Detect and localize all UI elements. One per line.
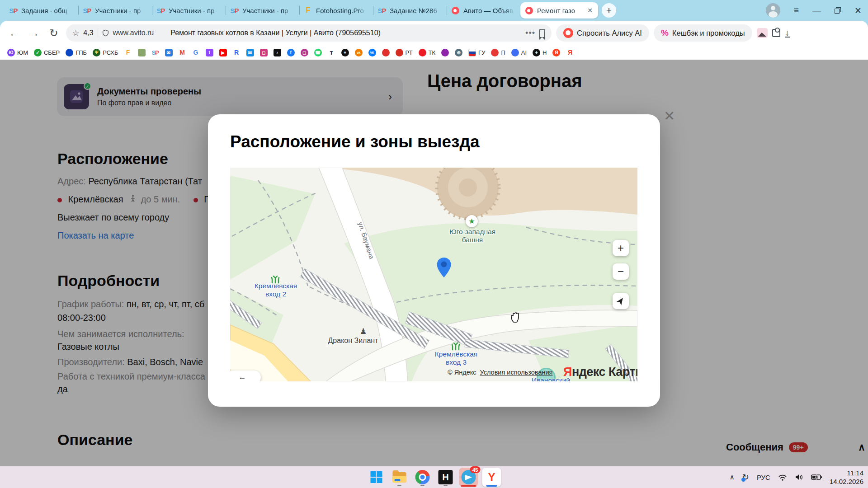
tab[interactable]: Авито — Объяв — [447, 2, 520, 19]
reload-button[interactable]: ↻ — [46, 27, 61, 39]
volume-icon[interactable] — [795, 474, 803, 481]
file-explorer-button[interactable] — [390, 468, 409, 487]
geolocation-button[interactable] — [613, 293, 629, 309]
bookmark-favicon: т — [328, 49, 335, 56]
address-bar[interactable]: ☆ 4,3 www.avito.ru Ремонт газовых котлов… — [66, 24, 552, 42]
zoom-out-button[interactable]: − — [613, 263, 629, 280]
bookmark-favicon — [441, 49, 449, 56]
map-back-button[interactable]: ← — [230, 371, 261, 381]
avito-favicon — [451, 6, 460, 15]
bookmark-item[interactable]: ГУ — [468, 49, 485, 56]
site-rating-star-icon[interactable]: ☆ — [72, 28, 79, 38]
tab-label: Задания - общ — [21, 7, 74, 14]
hand-cursor — [509, 310, 521, 323]
bookmark-favicon: ✓ — [34, 49, 42, 56]
location-pin-icon[interactable] — [436, 257, 452, 278]
bookmark-item[interactable]: t — [206, 49, 213, 56]
start-button[interactable] — [367, 468, 386, 487]
browser-toolbar: ← → ↻ ☆ 4,3 www.avito.ru Ремонт газовых … — [0, 21, 868, 45]
bookmark-item[interactable]: +Н — [533, 49, 547, 56]
restore-button[interactable] — [835, 7, 841, 14]
bookmark-item[interactable]: ΨРСХБ — [93, 49, 118, 56]
minimize-button[interactable]: — — [812, 5, 821, 15]
battery-icon[interactable] — [811, 474, 822, 480]
chrome-button[interactable] — [413, 468, 432, 487]
tower-star-marker[interactable]: ★ — [466, 215, 478, 227]
bookmark-item[interactable] — [138, 49, 146, 56]
bookmark-item[interactable]: т — [328, 49, 335, 56]
tab[interactable]: FFotohosting.Pro — [299, 2, 373, 19]
bookmark-item[interactable]: Я — [552, 49, 560, 56]
bookmark-item[interactable]: ok — [355, 49, 363, 56]
bookmark-item[interactable]: M — [179, 49, 186, 56]
sp-favicon: SP — [377, 6, 386, 15]
tab[interactable]: Ремонт газо✕ — [520, 2, 598, 19]
bookmark-item[interactable]: ♪ — [274, 49, 281, 56]
forward-button[interactable]: → — [26, 27, 42, 39]
bookmark-item[interactable]: ⊕ — [455, 49, 462, 56]
bookmark-item[interactable]: F — [124, 49, 132, 56]
alice-ai-button[interactable]: Спросить Алису AI — [556, 24, 649, 42]
bookmark-item[interactable]: ТК — [419, 49, 436, 56]
bookmark-item[interactable]: ☎ — [314, 49, 322, 56]
bookmark-item[interactable]: R — [233, 49, 241, 56]
bookmark-item[interactable]: ✉ — [246, 49, 254, 56]
bookmark-item[interactable]: AI — [511, 49, 527, 56]
cashback-button[interactable]: % Кешбэк и промокоды — [654, 24, 752, 42]
bookmark-item[interactable]: П — [491, 49, 505, 56]
yandex-browser-button[interactable]: Y — [482, 468, 501, 487]
bookmark-item[interactable]: ◻ — [301, 49, 308, 56]
tab[interactable]: SPЗадание №286 — [373, 2, 447, 19]
bookmark-label: РСХБ — [103, 49, 118, 56]
terms-of-use-link[interactable]: Условия использования — [480, 369, 552, 376]
tab[interactable]: SPУчастники - пр — [152, 2, 226, 19]
clock[interactable]: 11:14 14.02.2026 — [830, 469, 863, 486]
wifi-icon[interactable] — [778, 474, 787, 481]
security-shield-icon[interactable] — [102, 29, 109, 37]
downloads-icon[interactable]: ↓ — [785, 29, 790, 38]
tray-chevron-icon[interactable]: ∧ — [730, 473, 735, 481]
yandex-maps-logo[interactable]: Яндекс Карты — [563, 365, 637, 379]
tab[interactable]: SPЗадания - общ — [5, 2, 78, 19]
bookmark-favicon: + — [341, 49, 349, 56]
tab[interactable]: SPУчастники - пр — [78, 2, 152, 19]
bookmark-item[interactable]: f — [287, 49, 295, 56]
bookmark-item[interactable] — [441, 49, 449, 56]
modal-close-button[interactable]: ✕ — [664, 109, 675, 123]
bookmark-item[interactable]: + — [341, 49, 349, 56]
bookmark-item[interactable]: VK — [368, 49, 376, 56]
modal-title: Расположение и зоны выезда — [230, 132, 479, 151]
telegram-button[interactable]: 45 — [459, 468, 478, 487]
tab[interactable]: SPУчастники - пр — [226, 2, 299, 19]
urlbar-more-icon[interactable]: ••• — [525, 28, 535, 38]
zoom-in-button[interactable]: + — [613, 240, 629, 256]
bookmark-favicon: VK — [368, 49, 376, 56]
bookmark-item[interactable]: SP — [151, 49, 159, 56]
tab-label: Задание №286 — [390, 7, 442, 14]
tray-time: 11:14 — [830, 469, 863, 477]
bookmark-item[interactable]: Я — [566, 49, 574, 56]
tab-close-icon[interactable]: ✕ — [586, 7, 594, 14]
h-app-button[interactable]: H — [436, 468, 455, 487]
image-preview-icon[interactable] — [757, 28, 768, 38]
bookmark-item[interactable]: ✓СБЕР — [34, 49, 60, 56]
new-tab-button[interactable]: + — [602, 3, 616, 18]
bookmark-icon[interactable] — [539, 29, 545, 37]
yandex-map[interactable]: ★ Юго-западная башня Кремлёвская вход 2 … — [230, 168, 637, 381]
bookmark-item[interactable] — [382, 49, 390, 56]
bookmark-item[interactable]: ЮЮМ — [7, 49, 28, 56]
bookmark-item[interactable]: ▶ — [219, 49, 227, 56]
bookmark-item[interactable]: ✉ — [165, 49, 173, 56]
extensions-icon[interactable] — [772, 29, 780, 37]
bookmark-item[interactable]: РТ — [396, 49, 413, 56]
bookmark-item[interactable]: G — [192, 49, 200, 56]
profile-avatar[interactable] — [766, 3, 780, 18]
sync-icon[interactable]: ↻ — [742, 472, 749, 482]
bookmark-favicon: ▶ — [219, 49, 227, 56]
bookmark-item[interactable]: ◻ — [260, 49, 268, 56]
language-indicator[interactable]: РУС — [757, 474, 770, 481]
close-window-button[interactable]: ✕ — [854, 5, 862, 16]
browser-menu-icon[interactable]: ≡ — [794, 5, 799, 15]
back-button[interactable]: ← — [6, 27, 22, 39]
bookmark-item[interactable]: ГПБ — [66, 49, 87, 56]
